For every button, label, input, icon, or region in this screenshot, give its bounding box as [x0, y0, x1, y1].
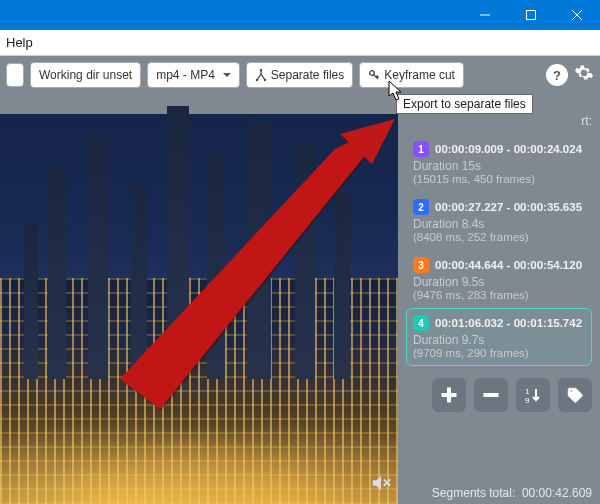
segment-duration: Duration 8.4s — [413, 217, 585, 231]
keyframe-cut-button[interactable]: Keyframe cut — [359, 62, 464, 88]
segment-frames: (9709 ms, 290 frames) — [413, 347, 585, 359]
close-button[interactable] — [554, 0, 600, 30]
segment-range: 00:00:27.227 - 00:00:35.635 — [435, 201, 582, 213]
tooltip: Export to separate files — [396, 94, 533, 114]
window-titlebar — [0, 0, 600, 30]
svg-rect-14 — [484, 394, 498, 397]
menu-help[interactable]: Help — [6, 35, 33, 50]
maximize-button[interactable] — [508, 0, 554, 30]
working-dir-button[interactable]: Working dir unset — [30, 62, 141, 88]
segments-total: Segments total: 00:00:42.609 — [432, 486, 592, 500]
segment-frames: (9476 ms, 283 frames) — [413, 289, 585, 301]
truncated-text: rt: — [581, 114, 592, 128]
segment-frames: (8408 ms, 252 frames) — [413, 231, 585, 243]
svg-rect-1 — [527, 11, 536, 20]
add-segment-button[interactable] — [432, 378, 466, 412]
segment-item[interactable]: 200:00:27.227 - 00:00:35.635Duration 8.4… — [406, 192, 592, 250]
toolbar-leading-box[interactable] — [6, 63, 24, 87]
key-icon — [368, 69, 380, 81]
segment-badge: 2 — [413, 199, 429, 215]
segment-badge: 3 — [413, 257, 429, 273]
segment-item[interactable]: 100:00:09.009 - 00:00:24.024Duration 15s… — [406, 134, 592, 192]
separate-files-label: Separate files — [271, 68, 344, 82]
video-preview[interactable] — [0, 114, 398, 504]
segment-item[interactable]: 400:01:06.032 - 00:01:15.742Duration 9.7… — [406, 308, 592, 366]
svg-point-4 — [260, 69, 262, 71]
segment-actions: 19 — [406, 378, 592, 412]
mute-icon[interactable] — [370, 472, 392, 498]
segment-badge: 4 — [413, 315, 429, 331]
svg-text:1: 1 — [525, 387, 530, 396]
segment-item[interactable]: 300:00:44.644 - 00:00:54.120Duration 9.5… — [406, 250, 592, 308]
segment-duration: Duration 9.5s — [413, 275, 585, 289]
tag-segments-button[interactable] — [558, 378, 592, 412]
segments-total-value: 00:00:42.609 — [522, 486, 592, 500]
svg-rect-13 — [442, 394, 456, 397]
svg-text:9: 9 — [525, 396, 530, 404]
split-icon — [255, 69, 267, 81]
menubar: Help — [0, 30, 600, 56]
segments-total-label: Segments total: — [432, 486, 515, 500]
segment-range: 00:00:44.644 - 00:00:54.120 — [435, 259, 582, 271]
settings-button[interactable] — [574, 63, 594, 87]
remove-segment-button[interactable] — [474, 378, 508, 412]
help-button[interactable]: ? — [546, 64, 568, 86]
separate-files-button[interactable]: Separate files — [246, 62, 353, 88]
minimize-button[interactable] — [462, 0, 508, 30]
toolbar: Working dir unset mp4 - MP4 Separate fil… — [0, 56, 600, 94]
segment-badge: 1 — [413, 141, 429, 157]
main-area: Export to separate files rt: 100:00:09.0… — [0, 94, 600, 504]
sort-segments-button[interactable]: 19 — [516, 378, 550, 412]
segments-panel: Export to separate files rt: 100:00:09.0… — [398, 94, 600, 504]
gear-icon — [574, 63, 594, 83]
segment-duration: Duration 15s — [413, 159, 585, 173]
keyframe-cut-label: Keyframe cut — [384, 68, 455, 82]
segment-duration: Duration 9.7s — [413, 333, 585, 347]
segment-range: 00:00:09.009 - 00:00:24.024 — [435, 143, 582, 155]
format-select[interactable]: mp4 - MP4 — [147, 62, 240, 88]
segment-range: 00:01:06.032 - 00:01:15.742 — [435, 317, 582, 329]
segment-frames: (15015 ms, 450 frames) — [413, 173, 585, 185]
